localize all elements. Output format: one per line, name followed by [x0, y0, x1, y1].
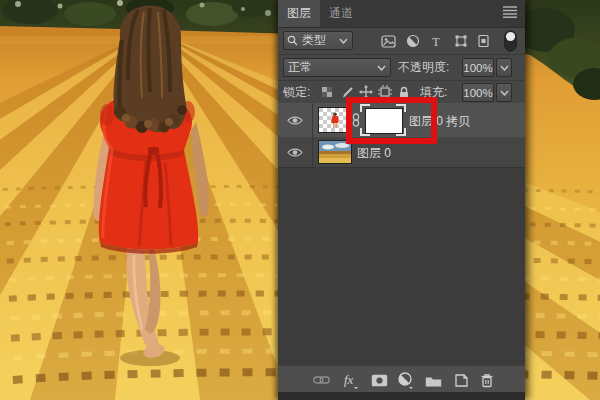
tab-layers[interactable]: 图层 — [278, 0, 320, 27]
new-layer-button[interactable] — [452, 371, 470, 389]
delete-layer-button[interactable] — [478, 371, 496, 389]
type-layer-filter-icon[interactable]: T — [427, 32, 445, 50]
layer-effects-button[interactable]: fx — [343, 371, 361, 389]
lock-label: 锁定: — [283, 83, 310, 102]
chevron-down-icon — [500, 90, 509, 96]
link-layers-button[interactable] — [312, 371, 330, 389]
eye-icon — [287, 147, 303, 158]
panel-bottom-toolbar: fx — [278, 365, 525, 393]
screenshot-stage: 图层 通道 类型 T — [0, 0, 600, 400]
blend-row: 正常 不透明度: 100% — [278, 54, 525, 81]
opacity-label: 不透明度: — [398, 58, 449, 77]
tab-channels[interactable]: 通道 — [320, 0, 362, 27]
adjustment-layer-filter-icon[interactable] — [404, 32, 422, 50]
fill-value[interactable]: 100% — [462, 83, 494, 102]
visibility-toggle[interactable] — [278, 103, 313, 137]
shape-layer-filter-icon[interactable] — [452, 32, 470, 50]
fx-icon: fx — [343, 372, 361, 389]
visibility-toggle[interactable] — [278, 137, 313, 167]
search-icon — [287, 35, 298, 46]
svg-text:T: T — [432, 35, 440, 49]
layer-name[interactable]: 图层 0 — [357, 145, 391, 162]
opacity-value[interactable]: 100% — [462, 58, 494, 77]
eye-icon — [287, 115, 303, 126]
new-layer-icon — [454, 373, 469, 388]
add-layer-mask-button[interactable] — [370, 371, 388, 389]
panel-menu-icon[interactable] — [502, 4, 518, 17]
trash-icon — [480, 373, 494, 388]
fill-dropdown-chevron[interactable] — [496, 83, 512, 102]
layers-panel: 图层 通道 类型 T — [278, 0, 525, 400]
mask-icon — [371, 374, 388, 387]
smart-object-filter-icon[interactable] — [475, 32, 493, 50]
cutout-figure — [329, 112, 341, 129]
annotation-highlight-rectangle — [346, 97, 437, 144]
chevron-down-icon — [377, 65, 386, 71]
chevron-down-icon — [339, 38, 348, 44]
tab-layers-label: 图层 — [287, 6, 311, 20]
new-group-button[interactable] — [424, 371, 442, 389]
panel-bottom-strip — [278, 392, 525, 400]
svg-text:fx: fx — [344, 372, 354, 387]
filter-row: 类型 T — [278, 28, 525, 54]
filter-kind-dropdown[interactable]: 类型 — [283, 31, 353, 50]
landscape-thumbnail — [319, 141, 351, 163]
lock-transparent-pixels-icon[interactable] — [319, 84, 335, 100]
panel-tabbar: 图层 通道 — [278, 0, 525, 28]
tab-channels-label: 通道 — [329, 6, 353, 20]
link-icon — [313, 374, 330, 386]
adjustment-icon — [397, 372, 415, 389]
chevron-down-icon — [500, 65, 509, 71]
filter-kind-label: 类型 — [298, 32, 339, 49]
new-adjustment-layer-button[interactable] — [397, 371, 415, 389]
pixel-layer-filter-icon[interactable] — [379, 32, 397, 50]
layer-filtering-toggle[interactable] — [501, 30, 519, 52]
folder-icon — [425, 374, 442, 387]
blend-mode-value: 正常 — [284, 59, 377, 76]
opacity-dropdown-chevron[interactable] — [496, 58, 512, 77]
blend-mode-dropdown[interactable]: 正常 — [283, 58, 391, 77]
